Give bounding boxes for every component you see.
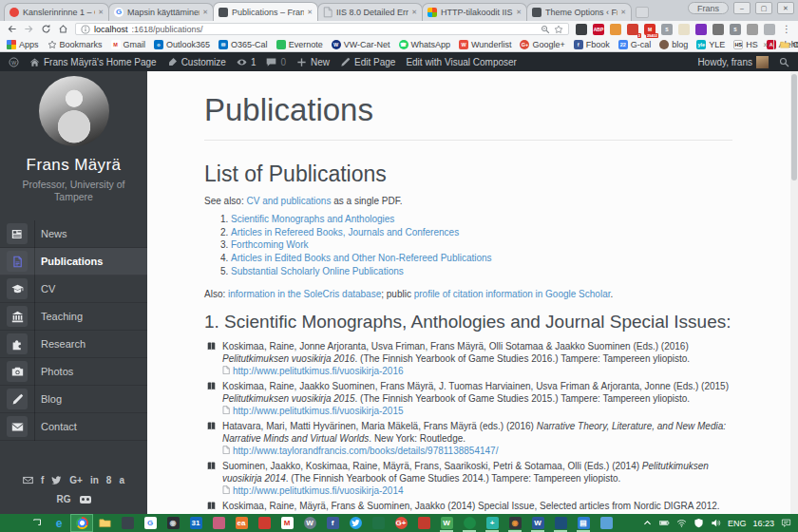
layers-extension-icon[interactable] [764, 24, 775, 35]
twitter-icon[interactable] [51, 475, 62, 485]
sidebar-item-blog[interactable]: Blog [0, 386, 147, 413]
notes-extension-icon[interactable] [678, 24, 690, 35]
defender-shield-icon[interactable] [694, 518, 704, 528]
bookmark-google-[interactable]: G+Google+ [520, 40, 564, 49]
bookmarks-overflow-icon[interactable]: » [763, 40, 768, 49]
chrome-profile-button[interactable]: Frans [688, 2, 729, 14]
bookmark-star-icon[interactable] [554, 25, 563, 34]
tab-close-icon[interactable]: ✕ [98, 9, 104, 16]
mail-checker-extension-icon[interactable]: M29402 [644, 24, 656, 35]
back-icon[interactable] [7, 24, 17, 34]
sidebar-item-photos[interactable]: Photos [0, 358, 147, 386]
wifi-icon[interactable] [676, 518, 687, 528]
tab-close-icon[interactable]: ✕ [307, 9, 313, 16]
skype-extension-icon[interactable]: S [661, 24, 673, 35]
bookmark-evernote[interactable]: Evernote [276, 40, 323, 49]
gray-s-extension-icon[interactable]: S [730, 24, 741, 35]
bookmark-blog[interactable]: blog [659, 40, 688, 49]
taskbar-start-icon[interactable]: path fill="currentColor" d="M1 3.5L7 2.7… [2, 514, 25, 532]
bookmark-gmail[interactable]: MGmail [111, 40, 146, 49]
taskbar-dark-blue-app-icon[interactable] [549, 514, 572, 532]
customize-button[interactable]: Customize [167, 57, 226, 67]
inline-link[interactable]: CV and publications [246, 196, 331, 206]
tab-close-icon[interactable]: ✕ [202, 9, 208, 16]
taskbar-camera-icon[interactable]: ◉ [162, 514, 184, 532]
clock[interactable]: 16:23 [752, 519, 774, 528]
sidebar-item-publications[interactable]: Publications [0, 248, 147, 276]
browser-tab[interactable]: Publications – Frans Mäy✕ [213, 2, 318, 21]
taskbar-task-view-icon[interactable]: rect x="2" y="4" width="9" height="8" fi… [25, 514, 48, 532]
site-name-button[interactable]: Frans Mäyrä's Home Page [29, 57, 157, 67]
tab-close-icon[interactable]: ✕ [516, 9, 522, 16]
cast-extension-icon[interactable] [712, 24, 724, 35]
purple-extension-icon[interactable] [695, 24, 707, 35]
flickr-icon[interactable] [80, 496, 91, 504]
publication-link[interactable]: http://www.pelitutkimus.fi/vuosikirja-20… [233, 484, 404, 497]
evernote-extension-icon[interactable] [576, 24, 587, 35]
bookmark-apps[interactable]: Apps [7, 40, 39, 49]
page-info-icon[interactable] [81, 25, 90, 34]
taskbar-google-icon[interactable]: G [139, 514, 162, 532]
admin-search-button[interactable] [779, 57, 789, 67]
bookmark-yle[interactable]: yleYLE [696, 40, 725, 49]
close-button[interactable]: ✕ [777, 2, 794, 14]
sidebar-item-research[interactable]: Research [0, 331, 147, 358]
taskbar-word-icon[interactable]: W [526, 514, 549, 532]
new-button[interactable]: New [296, 57, 330, 67]
taskbar-facebook-icon[interactable]: f [321, 514, 344, 532]
toc-link[interactable]: Articles in Edited Books and Other Non-R… [231, 253, 492, 263]
taskbar-calendar-icon[interactable]: 31 [184, 514, 207, 532]
views-button[interactable]: 1 [237, 57, 256, 67]
taskbar-chrome-icon[interactable] [70, 514, 93, 532]
comments-button[interactable]: 0 [266, 57, 286, 67]
bookmark-vw-car-net[interactable]: WVW-Car-Net [332, 40, 390, 49]
taskbar-teal-plus-app-icon[interactable]: + [481, 514, 504, 532]
toc-link[interactable]: Substantial Scholarly Online Publication… [231, 266, 404, 276]
publication-link[interactable]: http://www.pelitutkimus.fi/vuosikirja-20… [233, 365, 404, 377]
bookmark-outlook365[interactable]: oOutlook365 [154, 40, 210, 49]
home-icon[interactable] [58, 24, 68, 34]
publication-link[interactable]: http://www.pelitutkimus.fi/vuosikirja-20… [233, 405, 404, 417]
bookmark-g-cal[interactable]: 22G-cal [618, 40, 652, 49]
browser-menu-icon[interactable]: ⋮ [782, 25, 791, 34]
taskbar-light-blue-app-icon[interactable] [595, 514, 618, 532]
sidebar-item-news[interactable]: News [0, 220, 147, 248]
taskbar-file-explorer-icon[interactable] [93, 514, 116, 532]
howdy-menu[interactable]: Howdy, frans [697, 56, 769, 68]
facebook-icon[interactable]: f [41, 475, 44, 485]
forward-icon[interactable] [24, 24, 34, 34]
bookmark-wunderlist[interactable]: WWunderlist [459, 40, 511, 49]
taskbar-camera-app-icon[interactable]: ◉ [504, 514, 526, 532]
volume-icon[interactable] [711, 518, 721, 528]
bookmark-o365-cal[interactable]: ✉O365-Cal [218, 40, 268, 49]
taskbar-ea-app-icon[interactable]: ea [230, 514, 253, 532]
taskbar-red-app-icon[interactable] [253, 514, 276, 532]
bookmark-whatsapp[interactable]: ☎WhatsApp [399, 40, 451, 49]
tab-close-icon[interactable]: ✕ [411, 9, 417, 16]
taskbar-wunderlist-icon[interactable]: W [435, 514, 458, 532]
publication-link[interactable]: http://www.taylorandfrancis.com/books/de… [233, 445, 498, 457]
edit-page-button[interactable]: Edit Page [340, 57, 395, 67]
gray-extension-icon[interactable] [747, 24, 758, 35]
browser-tab[interactable]: GMapsin käyttäminen yksi✕ [108, 3, 214, 21]
taskbar-photos-app-icon[interactable] [207, 514, 230, 532]
taskbar-edge-icon[interactable]: e [48, 514, 70, 532]
inline-link[interactable]: profile of citation information in Googl… [414, 289, 611, 299]
googleplus-icon[interactable]: G+ [69, 475, 83, 485]
bookmark-hs[interactable]: HSHS [733, 40, 758, 49]
academia-icon[interactable]: a [119, 475, 124, 485]
linkedin-icon[interactable]: in [90, 475, 99, 485]
reload-icon[interactable] [41, 24, 51, 34]
scrollbar[interactable] [790, 71, 798, 514]
taskbar-twitter-icon[interactable] [344, 514, 367, 532]
taskbar-google-plus-icon[interactable]: G+ [390, 514, 412, 532]
browser-tab[interactable]: IIS 8.0 Detailed Error - 5✕ [317, 3, 423, 21]
taskbar-evernote-icon[interactable] [458, 514, 481, 532]
maximize-button[interactable]: ▢ [755, 2, 772, 14]
taskbar-store-icon[interactable] [116, 514, 139, 532]
sidebar-item-cv[interactable]: CV [0, 276, 147, 303]
scrollbar-thumb[interactable] [791, 74, 797, 180]
battery-icon[interactable] [659, 518, 670, 528]
bookmark-fbook[interactable]: fFbook [574, 40, 610, 49]
scholar-icon[interactable]: 8 [106, 475, 112, 485]
